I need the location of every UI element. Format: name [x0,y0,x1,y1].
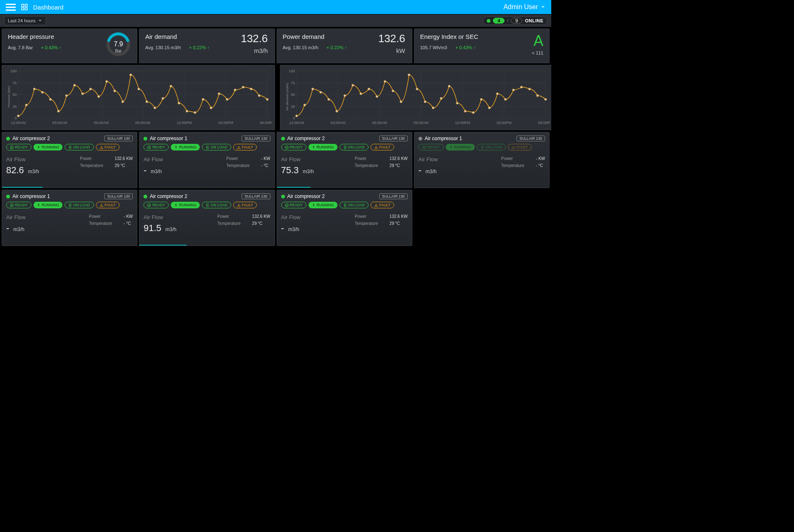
airflow-label: Air Flow [6,214,26,220]
temperature-label: Temperature [226,163,251,168]
kpi-change: + 0.43% ↑ [41,45,61,50]
badge-onload: ON LOAD [477,144,506,150]
compressor-name: Air compressor 2 [150,193,187,199]
svg-point-111 [496,93,498,95]
svg-point-120 [38,146,39,147]
compressor-card[interactable]: Air compressor 2 SULLAIR 130 READY RUNNI… [277,190,412,246]
svg-point-86 [296,115,298,117]
badge-fault: FAULT [233,202,257,208]
badge-running: RUNNING [33,202,62,208]
badge-onload: ON LOAD [340,202,369,208]
progress-bar [277,187,311,188]
airflow-unit: m3/h [13,227,24,232]
kpi-energy-index[interactable]: Energy Index or SEC 105.7 Wh/m3 + 0.43% … [414,29,550,63]
svg-point-39 [98,95,100,98]
svg-point-109 [480,98,482,100]
kpi-header-pressure[interactable]: Header pressure Avg. 7.8 Bar + 0.43% ↑ 7… [2,29,137,63]
online-count: 4 [493,18,505,24]
svg-point-50 [186,110,188,112]
svg-text:03:00AM: 03:00AM [53,121,67,125]
power-label: Power [226,156,251,161]
power-label: Power [355,156,380,161]
badge-onload: ON LOAD [65,202,94,208]
temperature-value: 29 °C [115,163,125,168]
temperature-value: - °C [261,163,268,168]
svg-point-102 [424,101,426,103]
power-label: Power [89,214,114,219]
svg-point-38 [90,88,92,90]
temperature-value: - °C [124,221,131,226]
online-label: ONLINE [525,18,543,23]
svg-text:06:00AM: 06:00AM [94,121,109,125]
airflow-value: 75.3 [281,165,299,176]
svg-point-98 [392,90,394,92]
svg-point-104 [440,98,442,100]
progress-bar [139,245,187,246]
svg-point-124 [176,146,177,147]
gauge-unit: Bar [105,49,131,53]
svg-point-35 [65,95,67,97]
menu-icon[interactable] [6,4,16,11]
svg-point-59 [258,95,260,97]
svg-text:0: 0 [293,116,295,120]
airflow-value: 91.5 [143,223,161,234]
status-dot-icon [487,19,490,23]
svg-point-97 [384,81,386,83]
svg-point-29 [17,115,19,117]
svg-text:100: 100 [289,69,295,73]
svg-rect-1 [25,4,27,6]
compressor-card[interactable]: Air compressor 1 SULLAIR 130 READY RUNNI… [2,190,137,246]
airflow-label: Air Flow [143,214,177,220]
top-header: Dashboard Admin User [0,0,551,14]
time-range-select[interactable]: Last 24 hours [4,16,46,25]
power-value: 132.6 KW [115,156,133,161]
compressor-card[interactable]: Air compressor 1 SULLAIR 130 READY RUNNI… [139,132,275,188]
airflow-unit: m3/h [28,169,39,174]
svg-point-92 [344,95,346,97]
svg-point-93 [352,84,354,86]
svg-point-107 [464,110,466,112]
svg-text:75: 75 [291,81,295,85]
svg-text:03:00PM: 03:00PM [218,121,233,125]
svg-point-89 [320,91,322,93]
kpi-air-demand[interactable]: Air demand Avg. 130.15 m3/h + 0.22% ↑ 13… [139,29,275,63]
svg-point-51 [194,112,196,114]
airflow-value: - [419,165,421,176]
compressor-card[interactable]: Air compressor 2 SULLAIR 130 READY RUNNI… [2,132,137,188]
pressure-chart[interactable]: 025507510012:00AM03:00AM06:00AM09:00AM12… [2,65,275,130]
airflow-value: - [6,223,9,234]
status-dot-icon [281,137,285,141]
badge-running: RUNNING [171,144,200,150]
kpi-avg: Avg. 7.8 Bar [8,45,33,50]
status-dot-icon [6,195,10,198]
gauge-value: 7.9 [105,41,131,48]
temperature-label: Temperature [501,163,526,168]
svg-point-91 [336,110,338,112]
compressor-card[interactable]: Air compressor 2 SULLAIR 130 READY RUNNI… [139,190,275,246]
badge-running: RUNNING [309,144,337,150]
compressor-name: Air compressor 2 [12,136,50,141]
svg-point-90 [328,98,330,100]
temperature-value: 29 °C [390,221,400,226]
svg-point-117 [545,98,547,100]
airflow-value: - [281,223,284,234]
svg-point-113 [512,89,514,91]
svg-point-115 [529,88,531,90]
kpi-power-demand[interactable]: Power demand Avg. 130.15 m3/h + 0.22% ↑ … [277,29,412,63]
temperature-label: Temperature [80,163,105,168]
kpi-value: 132.6 [378,32,405,45]
svg-point-88 [312,88,314,90]
badge-running: RUNNING [446,144,475,150]
compressor-card[interactable]: Air compressor 2 SULLAIR 130 READY RUNNI… [277,132,412,188]
svg-text:100: 100 [10,69,17,73]
airflow-label: Air Flow [281,214,301,220]
svg-point-49 [178,102,180,104]
svg-point-37 [81,93,84,95]
air-demand-chart[interactable]: 025507510012:00AM03:00AM06:00AM09:00AM12… [280,65,551,130]
compressor-card[interactable]: Air compressor 1 SULLAIR 130 READY RUNNI… [414,132,550,188]
model-tag: SULLAIR 130 [517,136,545,141]
power-value: 132.6 KW [390,156,408,161]
svg-point-132 [451,146,452,147]
user-menu[interactable]: Admin User [503,3,545,11]
svg-text:75: 75 [12,81,17,85]
